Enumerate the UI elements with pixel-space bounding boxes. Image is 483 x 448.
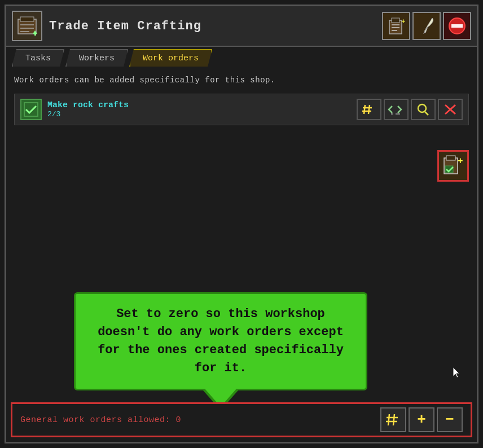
add-work-order-button[interactable]: + (437, 150, 469, 182)
work-order-conditions-button[interactable] (384, 99, 409, 120)
bottom-bar: General work orders allowed: 0 + − (11, 402, 472, 437)
window-icon (12, 11, 42, 41)
svg-rect-14 (451, 24, 463, 28)
tooltip-text: Set to zero so this workshop doesn't do … (98, 307, 344, 375)
tooltip-bubble: Set to zero so this workshop doesn't do … (74, 292, 367, 390)
svg-line-31 (388, 414, 389, 425)
window-title: Trade Item Crafting (49, 19, 375, 33)
clipboard-add-button[interactable]: + (382, 12, 410, 40)
counter-hash-button[interactable] (380, 407, 406, 432)
tab-tasks[interactable]: Tasks (12, 49, 64, 67)
work-order-info: Make rock crafts 2/3 (47, 100, 351, 118)
svg-line-27 (425, 112, 428, 115)
no-entry-button[interactable] (443, 12, 471, 40)
counter-minus-button[interactable]: − (437, 407, 463, 432)
svg-line-32 (393, 414, 394, 425)
header: Trade Item Crafting + (6, 6, 477, 47)
content-area: Work orders can be added specifically fo… (6, 67, 477, 139)
svg-line-20 (364, 105, 365, 114)
work-order-delete-button[interactable] (438, 99, 463, 120)
work-order-actions (357, 99, 463, 120)
work-order-checkbox[interactable] (20, 99, 42, 120)
tab-workers[interactable]: Workers (65, 49, 128, 67)
tabs-bar: Tasks Workers Work orders (6, 49, 477, 67)
svg-rect-1 (20, 17, 34, 21)
work-order-name: Make rock crafts (47, 100, 351, 110)
work-orders-description: Work orders can be added specifically fo… (14, 76, 469, 85)
work-order-row: Make rock crafts 2/3 (14, 94, 469, 125)
svg-rect-16 (446, 156, 455, 160)
main-window: Trade Item Crafting + (5, 5, 478, 443)
counter-plus-button[interactable]: + (409, 407, 434, 432)
svg-text:+: + (401, 18, 405, 26)
general-work-orders-label: General work orders allowed: 0 (20, 415, 375, 425)
quill-button[interactable] (412, 12, 441, 40)
work-order-progress: 2/3 (47, 110, 351, 118)
bottom-bar-buttons: + − (380, 407, 463, 432)
cursor (453, 367, 461, 379)
svg-point-26 (418, 104, 426, 112)
work-order-count-button[interactable] (357, 99, 381, 120)
plus-icon: + (417, 411, 426, 428)
work-order-inspect-button[interactable] (411, 99, 436, 120)
tab-work-orders[interactable]: Work orders (129, 49, 212, 67)
svg-rect-6 (34, 34, 36, 36)
minus-icon: − (445, 411, 454, 428)
svg-rect-8 (392, 18, 399, 23)
svg-text:+: + (458, 156, 463, 166)
svg-line-21 (368, 105, 370, 114)
header-buttons: + (382, 12, 471, 40)
svg-marker-30 (453, 367, 459, 377)
